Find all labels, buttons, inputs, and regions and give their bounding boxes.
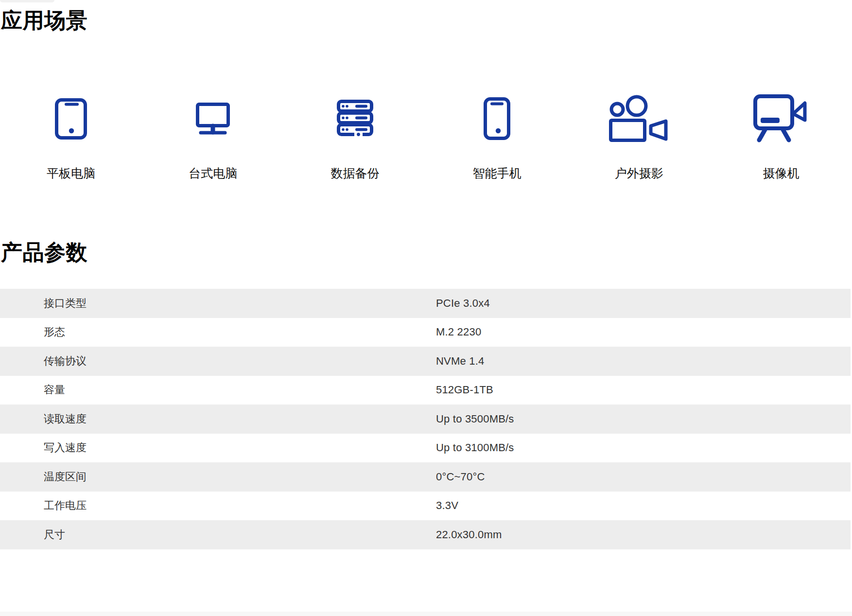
spec-label: 传输协议	[44, 354, 87, 369]
spec-label: 形态	[44, 325, 65, 339]
spec-row-voltage: 工作电压 3.3V	[0, 492, 851, 521]
top-remnant-bar	[0, 0, 54, 2]
scenario-label: 摄像机	[763, 167, 799, 179]
scenario-label: 平板电脑	[47, 167, 95, 179]
scenario-label: 数据备份	[330, 167, 379, 179]
desktop-icon	[196, 92, 230, 145]
spec-value: PCIe 3.0x4	[436, 297, 490, 310]
movie-camera-icon	[609, 92, 669, 145]
spec-label: 工作电压	[44, 498, 87, 513]
spec-value: Up to 3500MB/s	[436, 413, 514, 425]
server-icon-svg	[337, 100, 373, 138]
movie-camera-icon-svg	[609, 95, 669, 142]
spec-label: 温度区间	[44, 470, 87, 484]
product-detail-page: 应用场景 平板电脑 台式电脑	[0, 0, 852, 616]
scenario-desktop: 台式电脑	[142, 92, 284, 179]
scenario-label: 智能手机	[473, 167, 522, 179]
spec-label: 容量	[44, 383, 65, 397]
spec-label: 尺寸	[44, 528, 65, 542]
spec-row-form-factor: 形态 M.2 2230	[0, 318, 851, 347]
spec-value: NVMe 1.4	[436, 355, 484, 368]
spec-row-capacity: 容量 512GB-1TB	[0, 376, 851, 405]
smartphone-icon	[484, 92, 510, 145]
camcorder-icon-svg	[753, 94, 809, 143]
specs-section-title: 产品参数	[1, 240, 87, 265]
scenario-label: 户外摄影	[615, 167, 663, 179]
spec-value: 512GB-1TB	[436, 384, 493, 396]
scenario-tablet: 平板电脑	[0, 92, 142, 179]
scenarios-section-title: 应用场景	[1, 8, 87, 33]
scenario-outdoor-filming: 户外摄影	[568, 92, 710, 179]
spec-label: 接口类型	[44, 296, 87, 311]
spec-value: 3.3V	[436, 499, 458, 512]
scenario-server: 数据备份	[284, 92, 426, 179]
scenario-camcorder: 摄像机	[710, 92, 852, 179]
spec-label: 读取速度	[44, 412, 87, 426]
specs-table: 接口类型 PCIe 3.0x4 形态 M.2 2230 传输协议 NVMe 1.…	[0, 289, 851, 549]
spec-row-temperature: 温度区间 0°C~70°C	[0, 462, 851, 492]
spec-row-interface: 接口类型 PCIe 3.0x4	[0, 289, 851, 318]
scenario-smartphone: 智能手机	[426, 92, 568, 179]
desktop-icon-svg	[196, 103, 230, 135]
scenarios-row: 平板电脑 台式电脑	[0, 92, 852, 179]
tablet-icon-svg	[55, 98, 87, 140]
spec-value: M.2 2230	[436, 326, 481, 338]
tablet-icon	[55, 92, 87, 145]
spec-row-protocol: 传输协议 NVMe 1.4	[0, 347, 851, 376]
spec-row-dimensions: 尺寸 22.0x30.0mm	[0, 520, 851, 549]
smartphone-icon-svg	[484, 97, 510, 140]
spec-row-read-speed: 读取速度 Up to 3500MB/s	[0, 405, 851, 434]
spec-label: 写入速度	[44, 440, 87, 455]
camcorder-icon	[753, 92, 809, 145]
spec-row-write-speed: 写入速度 Up to 3100MB/s	[0, 434, 851, 463]
spec-value: 22.0x30.0mm	[436, 528, 502, 541]
next-section-edge	[0, 612, 852, 616]
spec-value: 0°C~70°C	[436, 471, 485, 483]
spec-value: Up to 3100MB/s	[436, 441, 514, 454]
scenario-label: 台式电脑	[189, 167, 237, 179]
server-icon	[337, 92, 373, 145]
